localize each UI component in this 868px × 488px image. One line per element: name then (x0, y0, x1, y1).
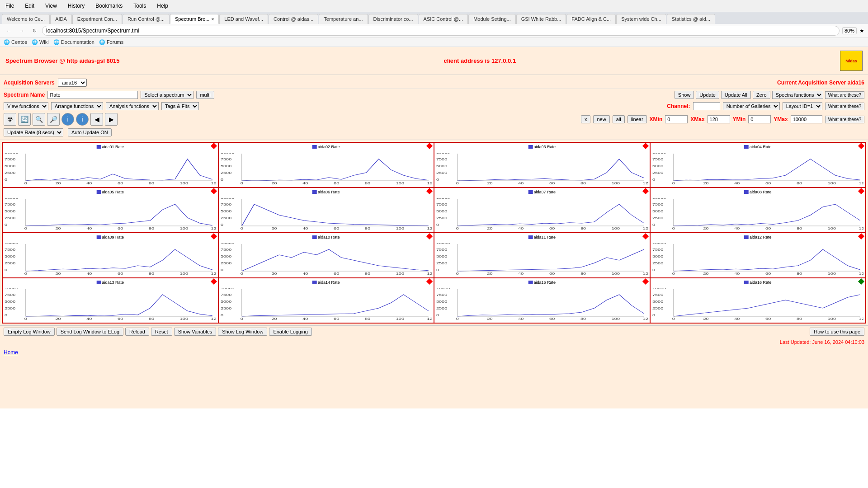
ymax-input[interactable] (791, 115, 822, 123)
arrange-functions-dropdown[interactable]: Arrange functions (51, 102, 103, 110)
chart-cell-aida05[interactable]: aida05 Rate10000750050002500002040608010… (2, 188, 218, 233)
auto-update-button[interactable]: Auto Update ON (68, 128, 112, 136)
spectrum-name-input[interactable] (47, 91, 138, 99)
tab-run-control-@...[interactable]: Run Control @... (123, 14, 170, 24)
tab-fadc-align-&-c...[interactable]: FADC Align & C... (566, 14, 616, 24)
reload-button[interactable]: ↻ (30, 27, 39, 35)
svg-text:0: 0 (436, 314, 439, 317)
chart-cell-aida12[interactable]: aida12 Rate10000750050002500002040608010… (650, 233, 866, 278)
menu-view[interactable]: View (43, 2, 59, 10)
tab-system-wide-ch...[interactable]: System wide Ch... (616, 14, 666, 24)
tab-module-setting...[interactable]: Module Setting... (468, 14, 516, 24)
radiation-icon-button[interactable]: ☢ (4, 113, 16, 126)
bookmark-centos[interactable]: 🌐 Centos (4, 39, 27, 45)
reset-button[interactable]: Reset (151, 328, 172, 336)
tab-spectrum-bro...[interactable]: Spectrum Bro...× (170, 14, 219, 24)
chart-cell-aida10[interactable]: aida10 Rate10000750050002500002040608010… (218, 233, 434, 278)
channel-input[interactable] (693, 102, 720, 110)
number-galleries-dropdown[interactable]: Number of Galleries (723, 102, 780, 110)
legend-text-aida13: aida13 Rate (102, 280, 124, 285)
tags-fits-dropdown[interactable]: Tags & Fits (161, 102, 199, 110)
send-elog-button[interactable]: Send Log Window to ELog (57, 328, 123, 336)
enable-logging-button[interactable]: Enable Logging (269, 328, 311, 336)
chart-cell-aida07[interactable]: aida07 Rate10000750050002500002040608010… (434, 188, 650, 233)
how-use-button[interactable]: How to use this page (810, 328, 864, 336)
refresh-icon-button[interactable]: 🔄 (18, 113, 31, 126)
tab-asic-control-@...[interactable]: ASIC Control @... (419, 14, 468, 24)
info2-icon-button[interactable]: i (76, 113, 89, 126)
acq-server-select[interactable]: aida16 (58, 79, 87, 87)
show-variables-button[interactable]: Show Variables (174, 328, 217, 336)
tab-led-and-wavef...[interactable]: LED and Wavef... (219, 14, 268, 24)
what-these-2-button[interactable]: What are these? (825, 103, 864, 110)
linear-button[interactable]: linear (627, 115, 647, 123)
chart-cell-aida09[interactable]: aida09 Rate10000750050002500002040608010… (2, 233, 218, 278)
bookmark-documentation[interactable]: 🌐 Documentation (53, 39, 94, 45)
svg-text:7500: 7500 (652, 203, 663, 206)
chart-diamond-aida11 (642, 233, 648, 239)
info-icon-button[interactable]: i (61, 113, 74, 126)
chart-cell-aida08[interactable]: aida08 Rate10000750050002500002040608010… (650, 188, 866, 233)
analysis-functions-dropdown[interactable]: Analysis functions (106, 102, 159, 110)
tab-gsi-white-rabb...[interactable]: GSI White Rabb... (516, 14, 566, 24)
update-rate-dropdown[interactable]: Update Rate (8 secs) (4, 128, 63, 136)
menu-help[interactable]: Help (155, 2, 170, 10)
empty-log-button[interactable]: Empty Log Window (4, 328, 55, 336)
tab-welcome-to-ce...[interactable]: Welcome to Ce... (2, 14, 50, 24)
menu-edit[interactable]: Edit (23, 2, 36, 10)
reload-button-bottom[interactable]: Reload (125, 328, 149, 336)
spectra-functions-dropdown[interactable]: Spectra functions (772, 91, 823, 99)
forward-button[interactable]: → (17, 27, 27, 34)
show-button[interactable]: Show (675, 91, 694, 99)
zero-button[interactable]: Zero (753, 91, 770, 99)
view-functions-dropdown[interactable]: View functions (4, 102, 48, 110)
tab-experiment-con...[interactable]: Experiment Con... (72, 14, 122, 24)
tab-temperature-an...[interactable]: Temperature an... (319, 14, 368, 24)
chart-cell-aida11[interactable]: aida11 Rate10000750050002500002040608010… (434, 233, 650, 278)
bookmark-star-icon[interactable]: ★ (859, 28, 864, 34)
tab-close-icon[interactable]: × (211, 17, 214, 22)
zoom-out-icon-button[interactable]: 🔎 (47, 113, 60, 126)
multi-button[interactable]: multi (196, 91, 214, 99)
bookmarks-bar: 🌐 Centos 🌐 Wiki 🌐 Documentation 🌐 Forums (0, 38, 868, 47)
bookmark-forums[interactable]: 🌐 Forums (99, 39, 123, 45)
address-input[interactable] (42, 26, 840, 36)
chart-cell-aida03[interactable]: aida03 Rate10000750050002500002040608010… (434, 142, 650, 188)
chart-cell-aida01[interactable]: aida01 Rate10000750050002500002040608010… (2, 142, 218, 188)
chart-cell-aida02[interactable]: aida02 Rate10000750050002500002040608010… (218, 142, 434, 188)
new-button[interactable]: new (593, 115, 609, 123)
update-all-button[interactable]: Update All (721, 91, 751, 99)
select-spectrum-dropdown[interactable]: Select a spectrum (141, 91, 193, 99)
chart-cell-aida16[interactable]: aida16 Rate10000750050002500002040608010… (650, 278, 866, 323)
right-arrow-icon-button[interactable]: ▶ (105, 113, 118, 126)
chart-cell-aida04[interactable]: aida04 Rate10000750050002500002040608010… (650, 142, 866, 188)
layout-dropdown[interactable]: Layout ID=1 (783, 102, 822, 110)
home-link[interactable]: Home (4, 349, 18, 356)
menu-tools[interactable]: Tools (132, 2, 148, 10)
zoom-in-icon-button[interactable]: 🔍 (33, 113, 45, 126)
left-arrow-icon-button[interactable]: ◀ (90, 113, 103, 126)
all-button[interactable]: all (613, 115, 625, 123)
ymin-input[interactable] (748, 115, 771, 123)
bookmark-wiki[interactable]: 🌐 Wiki (32, 39, 49, 45)
chart-cell-aida15[interactable]: aida15 Rate10000750050002500002040608010… (434, 278, 650, 323)
back-button[interactable]: ← (4, 27, 14, 34)
xmin-input[interactable] (665, 115, 688, 123)
show-log-button[interactable]: Show Log Window (218, 328, 267, 336)
tab-discriminator-co...[interactable]: Discriminator co... (368, 14, 418, 24)
svg-text:100: 100 (180, 272, 188, 275)
what-these-1-button[interactable]: What are these? (825, 91, 864, 99)
update-button[interactable]: Update (696, 91, 719, 99)
x-button[interactable]: x (581, 115, 591, 123)
what-these-3-button[interactable]: What are these? (825, 116, 864, 123)
chart-cell-aida06[interactable]: aida06 Rate10000750050002500002040608010… (218, 188, 434, 233)
tab-control-@-aidas...[interactable]: Control @ aidas... (269, 14, 318, 24)
menu-history[interactable]: History (66, 2, 86, 10)
tab-statistics-@-aid...[interactable]: Statistics @ aid... (667, 14, 715, 24)
tab-aida[interactable]: AIDA (50, 14, 72, 24)
chart-cell-aida14[interactable]: aida14 Rate10000750050002500002040608010… (218, 278, 434, 323)
chart-cell-aida13[interactable]: aida13 Rate10000750050002500002040608010… (2, 278, 218, 323)
menu-file[interactable]: File (4, 2, 16, 10)
menu-bookmarks[interactable]: Bookmarks (94, 2, 124, 10)
xmax-input[interactable] (708, 115, 730, 123)
